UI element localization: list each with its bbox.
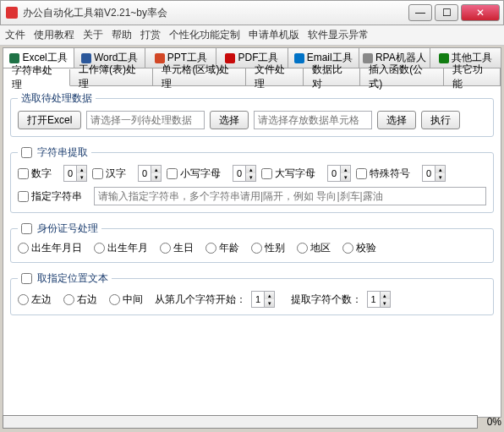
- title-bar: 办公自动化工具箱V2.21~by率会 — ☐ ✕: [0, 0, 504, 25]
- pdf-icon: [225, 53, 235, 63]
- menu-file[interactable]: 文件: [5, 28, 25, 42]
- select-cell-button[interactable]: 选择: [377, 111, 416, 129]
- robot-icon: [363, 53, 373, 63]
- rd-ymd[interactable]: [18, 243, 29, 254]
- custom-string-input[interactable]: [94, 187, 486, 205]
- select-column-button[interactable]: 选择: [210, 111, 249, 129]
- rd-region[interactable]: [297, 243, 308, 254]
- subtab-file[interactable]: 文件处理: [246, 68, 303, 85]
- menu-display[interactable]: 软件显示异常: [308, 28, 369, 42]
- menu-apply[interactable]: 申请单机版: [249, 28, 299, 42]
- menu-about[interactable]: 关于: [83, 28, 103, 42]
- enable-position-checkbox[interactable]: [21, 273, 32, 284]
- content-panel: 选取待处理数据 打开Excel 选择 选择 执行 字符串提取 数字 0▴▾ 汉字…: [3, 86, 501, 418]
- menu-custom[interactable]: 个性化功能定制: [169, 28, 240, 42]
- subtab-compare[interactable]: 数据比对: [304, 68, 360, 85]
- open-excel-button[interactable]: 打开Excel: [18, 111, 81, 129]
- subtab-string[interactable]: 字符串处理: [3, 69, 70, 86]
- rd-mid[interactable]: [109, 294, 120, 305]
- word-icon: [81, 53, 91, 63]
- ck-upper[interactable]: [261, 168, 272, 179]
- minimize-button[interactable]: —: [408, 4, 432, 21]
- count-label: 提取字符个数：: [291, 293, 362, 307]
- subtab-misc[interactable]: 其它功能: [444, 68, 501, 85]
- group-position: 取指定位置文本 左边 右边 中间 从第几个字符开始： 1▴▾ 提取字符个数： 1…: [10, 271, 494, 315]
- sub-tabs: 字符串处理 工作簿(表)处理 单元格(区域)处理 文件处理 数据比对 插入函数(…: [3, 68, 501, 86]
- rd-gender[interactable]: [251, 243, 262, 254]
- email-icon: [294, 53, 304, 63]
- legend-idcard: 身份证号处理: [37, 221, 98, 236]
- group-select-data: 选取待处理数据 打开Excel 选择 选择 执行: [10, 91, 494, 137]
- menu-bar: 文件 使用教程 关于 帮助 打赏 个性化功能定制 申请单机版 软件显示异常: [0, 25, 504, 46]
- rd-ym[interactable]: [94, 243, 105, 254]
- cell-input[interactable]: [254, 111, 372, 129]
- spin-lower[interactable]: 0▴▾: [233, 165, 256, 182]
- ppt-icon: [155, 53, 165, 63]
- column-input[interactable]: [86, 111, 205, 129]
- spin-chinese[interactable]: 0▴▾: [138, 165, 162, 182]
- ck-number[interactable]: [18, 168, 29, 179]
- subtab-workbook[interactable]: 工作簿(表)处理: [70, 68, 153, 85]
- menu-help[interactable]: 帮助: [112, 28, 132, 42]
- legend-select: 选取待处理数据: [18, 91, 96, 106]
- legend-position: 取指定位置文本: [37, 271, 108, 286]
- progress-percent: 0%: [481, 416, 501, 428]
- spin-number[interactable]: 0▴▾: [63, 165, 87, 182]
- subtab-cell[interactable]: 单元格(区域)处理: [153, 68, 246, 85]
- rd-verify[interactable]: [342, 243, 353, 254]
- rd-right[interactable]: [63, 294, 74, 305]
- menu-donate[interactable]: 打赏: [140, 28, 161, 42]
- rd-birthday[interactable]: [160, 243, 171, 254]
- spin-from[interactable]: 1▴▾: [251, 291, 275, 308]
- legend-extract: 字符串提取: [37, 145, 88, 160]
- spin-special[interactable]: 0▴▾: [422, 165, 446, 182]
- rd-age[interactable]: [205, 243, 216, 254]
- ck-special[interactable]: [356, 168, 367, 179]
- enable-idcard-checkbox[interactable]: [21, 223, 32, 234]
- status-bar: 0%: [3, 415, 501, 429]
- subtab-formula[interactable]: 插入函数(公式): [360, 68, 443, 85]
- excel-icon: [9, 53, 19, 63]
- app-icon: [6, 7, 18, 19]
- rd-left[interactable]: [18, 294, 29, 305]
- progress-bar: [3, 415, 478, 429]
- tools-icon: [439, 53, 449, 63]
- maximize-button[interactable]: ☐: [435, 4, 458, 21]
- window-title: 办公自动化工具箱V2.21~by率会: [23, 6, 408, 20]
- ck-lower[interactable]: [167, 168, 178, 179]
- spin-upper[interactable]: 0▴▾: [327, 165, 351, 182]
- group-idcard: 身份证号处理 出生年月日 出生年月 生日 年龄 性别 地区 校验: [10, 221, 494, 263]
- enable-extract-checkbox[interactable]: [21, 147, 32, 158]
- menu-tutorial[interactable]: 使用教程: [34, 28, 74, 42]
- spin-count[interactable]: 1▴▾: [367, 291, 391, 308]
- ck-chinese[interactable]: [92, 168, 103, 179]
- ck-custom[interactable]: [18, 191, 29, 202]
- execute-button[interactable]: 执行: [421, 111, 460, 129]
- close-button[interactable]: ✕: [461, 4, 500, 21]
- group-string-extract: 字符串提取 数字 0▴▾ 汉字 0▴▾ 小写字母 0▴▾ 大写字母 0▴▾ 特殊…: [10, 145, 494, 213]
- from-label: 从第几个字符开始：: [155, 293, 246, 307]
